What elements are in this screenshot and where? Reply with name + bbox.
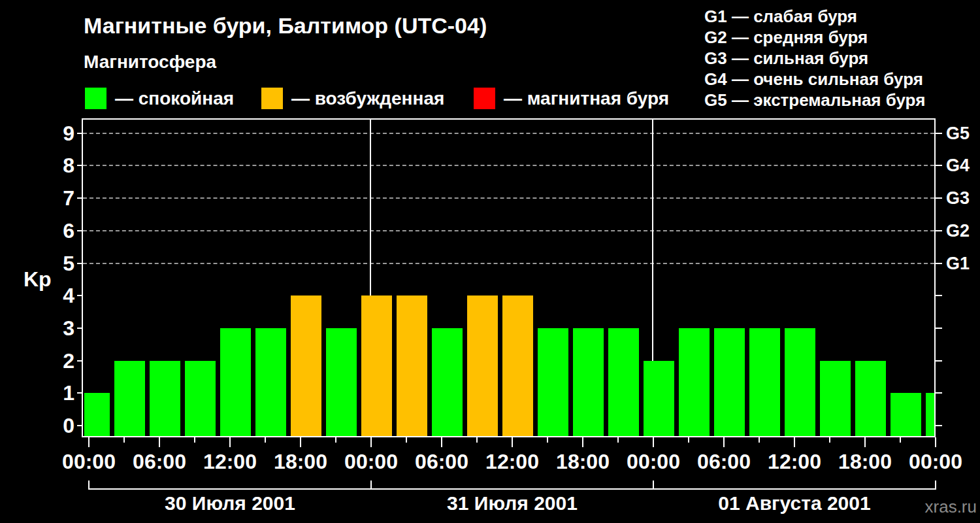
g-level-label-g3: G3	[946, 186, 970, 210]
x-axis-tick-69h	[900, 437, 901, 443]
x-axis-tick-3h	[123, 437, 125, 443]
time-label-5: 06:00	[402, 449, 481, 474]
time-label-10: 12:00	[755, 449, 834, 474]
x-axis-tick-51h	[688, 437, 689, 443]
g-level-label-g1: G1	[946, 252, 970, 275]
x-axis-tick-60h	[794, 437, 795, 447]
x-axis-tick-24h	[370, 437, 372, 447]
x-axis-tick-0h	[88, 437, 90, 447]
g-level-label-g4: G4	[946, 154, 970, 177]
x-axis-tick-27h	[406, 437, 407, 443]
time-label-0: 00:00	[50, 449, 128, 474]
y-axis-number-0: 0	[39, 413, 74, 438]
x-axis-tick-48h	[653, 437, 654, 447]
time-label-4: 00:00	[332, 449, 410, 474]
time-label-2: 12:00	[191, 449, 269, 474]
x-axis-tick-57h	[759, 437, 760, 443]
y-axis-number-6: 6	[39, 218, 74, 243]
x-axis-tick-66h	[864, 437, 866, 447]
x-axis-tick-9h	[194, 437, 195, 443]
y-axis-number-9: 9	[39, 121, 74, 146]
time-label-12: 00:00	[896, 449, 975, 474]
g-level-label-g2: G2	[946, 219, 970, 243]
date-bracket-tick-3	[935, 481, 936, 490]
date-label-1: 31 Июля 2001	[401, 492, 623, 515]
x-axis-tick-45h	[617, 437, 619, 443]
time-label-7: 18:00	[544, 449, 622, 474]
x-axis-tick-12h	[229, 437, 231, 447]
date-bracket-tick-0	[88, 481, 90, 490]
x-axis-tick-18h	[300, 437, 301, 447]
time-label-8: 00:00	[614, 449, 693, 474]
date-bracket-tick-2	[653, 481, 654, 490]
magnetic-storms-chart: Магнитные бури, Балтимор (UTC-04) Магнит…	[0, 0, 980, 523]
g-level-label-g5: G5	[946, 122, 970, 145]
date-label-0: 30 Июля 2001	[119, 492, 341, 515]
x-axis-tick-72h	[935, 437, 936, 447]
x-axis-tick-30h	[441, 437, 442, 447]
watermark-link[interactable]: xras.ru	[843, 497, 977, 516]
x-axis-tick-39h	[547, 437, 548, 443]
x-axis-tick-6h	[159, 437, 160, 447]
y-axis-number-8: 8	[39, 153, 74, 178]
x-axis-tick-54h	[723, 437, 725, 447]
y-axis-number-4: 4	[39, 283, 74, 308]
plot-frame	[82, 118, 936, 437]
x-axis-tick-42h	[582, 437, 583, 447]
time-label-9: 06:00	[685, 449, 763, 474]
x-axis-tick-21h	[335, 437, 336, 443]
time-label-6: 12:00	[473, 449, 551, 474]
y-axis-number-3: 3	[39, 316, 74, 341]
y-axis-number-2: 2	[39, 348, 74, 373]
y-axis-number-1: 1	[39, 380, 74, 405]
x-axis-tick-15h	[265, 437, 266, 443]
time-label-3: 18:00	[261, 449, 340, 474]
x-axis-tick-33h	[476, 437, 478, 443]
y-axis-number-7: 7	[39, 186, 74, 211]
date-bracket-line	[89, 488, 936, 490]
x-axis-tick-63h	[829, 437, 830, 443]
y-axis-number-5: 5	[39, 251, 74, 276]
time-label-1: 06:00	[120, 449, 199, 474]
x-axis-tick-36h	[512, 437, 513, 447]
date-bracket-tick-1	[370, 481, 372, 490]
time-label-11: 18:00	[826, 449, 904, 474]
